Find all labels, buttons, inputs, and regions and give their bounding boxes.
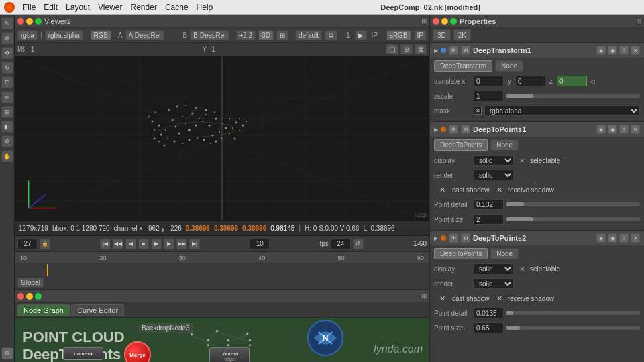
viewer-expand-icon[interactable]: ⊞ — [421, 17, 427, 25]
dtp1-ps-input[interactable] — [474, 214, 504, 225]
dtp1-eye-btn[interactable]: 👁 — [449, 125, 458, 134]
dtp1-btn2[interactable]: ◉ — [608, 125, 617, 134]
viewer-option3[interactable]: ⊠ — [415, 44, 427, 54]
view-3d[interactable]: 3D — [258, 30, 274, 40]
properties-expand[interactable]: ⊞ — [636, 17, 641, 25]
dtp2-btn2[interactable]: ◉ — [608, 233, 617, 243]
stop-btn[interactable]: ■ — [138, 239, 149, 249]
prev-keyframe-btn[interactable]: ◀◀ — [113, 239, 123, 249]
loop-btn[interactable]: ↺ — [353, 239, 364, 249]
tool-paint[interactable]: ✏ — [1, 91, 13, 103]
dt-gear-btn[interactable]: ⚙ — [461, 46, 470, 55]
dt-mask-dropdown[interactable]: rgba.alpha — [484, 105, 640, 116]
viewer-canvas[interactable]: 720p — [15, 56, 429, 221]
minimize-btn[interactable] — [26, 18, 33, 25]
step-forward-btn[interactable]: ▶ — [164, 239, 174, 249]
tool-crop[interactable]: ⊞ — [1, 106, 13, 118]
dtp2-pd-slider[interactable] — [506, 311, 640, 315]
dtp2-btn3[interactable]: ? — [619, 233, 629, 243]
viewer-option1[interactable]: ◫ — [386, 44, 398, 54]
dt-x-input[interactable] — [474, 76, 504, 86]
tab-2k[interactable]: 2K — [453, 29, 471, 41]
input-a-selector[interactable]: A DeepRei — [125, 30, 164, 40]
play-forward-btn[interactable]: ▶ — [151, 239, 162, 249]
dtp2-tab1[interactable]: DeepToPoints — [434, 248, 488, 259]
dt-z-input[interactable] — [557, 76, 587, 86]
colorspace-selector[interactable]: sRGB — [386, 30, 411, 40]
dtp1-btn3[interactable]: ? — [619, 125, 629, 134]
dt-mask-checkbox[interactable] — [474, 107, 482, 115]
ng-maximize-btn[interactable] — [35, 293, 42, 300]
node-camera-left[interactable]: camera — [63, 347, 103, 360]
dtp1-pd-slider[interactable] — [506, 202, 640, 206]
frames-input[interactable]: 10 — [250, 239, 270, 249]
ng-minimize-btn[interactable] — [26, 293, 33, 300]
prop-header-dtp2[interactable]: ▶ 👁 ⚙ DeepToPoints2 ◈ ◉ ? ✕ — [430, 231, 644, 245]
dt-tab1[interactable]: DeepTransform — [434, 60, 492, 72]
dtp2-pd-input[interactable] — [474, 308, 504, 318]
dtp1-display-dropdown[interactable]: solid — [474, 155, 514, 166]
playhead[interactable] — [47, 264, 48, 276]
dt-btn4[interactable]: ✕ — [631, 46, 640, 55]
tool-pan[interactable]: ✋ — [1, 150, 13, 162]
resolution-selector[interactable]: default — [295, 30, 322, 40]
tool-g[interactable]: G — [1, 347, 13, 359]
tab-node-graph[interactable]: Node Graph — [17, 304, 70, 316]
node-graph-canvas[interactable]: POINT CLOUD DeepToPoints BackdropNode3 — [15, 318, 429, 362]
tool-wipe[interactable]: ◧ — [1, 121, 13, 133]
dtp2-gear-btn[interactable]: ⚙ — [461, 233, 470, 243]
tool-scale[interactable]: ⊡ — [1, 76, 13, 88]
ng-expand-icon[interactable]: ⊞ — [421, 292, 427, 300]
dtp1-pd-input[interactable] — [474, 199, 504, 210]
playback-play-pause[interactable]: ▶ — [355, 30, 367, 40]
dt-zscale-slider[interactable] — [506, 94, 640, 98]
layout-btn[interactable]: ⊞ — [276, 30, 288, 40]
close-btn[interactable] — [17, 18, 24, 25]
next-keyframe-btn[interactable]: ▶▶ — [176, 239, 187, 249]
channel-rgb[interactable]: RGB — [91, 30, 112, 40]
dtp1-tab2[interactable]: Node — [490, 139, 519, 151]
tool-move[interactable]: ✥ — [1, 47, 13, 59]
dtp2-ps-input[interactable] — [474, 322, 504, 333]
menu-help[interactable]: Help — [197, 3, 213, 12]
tab-3d[interactable]: 3D — [433, 29, 451, 41]
dt-eye-btn[interactable]: 👁 — [449, 46, 458, 55]
right-maximize-btn[interactable] — [450, 18, 457, 25]
input-b-selector[interactable]: B DeepRei — [190, 30, 229, 40]
prop-header-dtp1[interactable]: ▶ 👁 ⚙ DeepToPoints1 ◈ ◉ ? ✕ — [430, 122, 644, 137]
tab-curve-editor[interactable]: Curve Editor — [71, 304, 124, 316]
fps-input[interactable]: 24 — [331, 239, 351, 249]
menu-viewer[interactable]: Viewer — [98, 3, 122, 12]
ng-close-btn[interactable] — [17, 293, 24, 300]
timeline-track[interactable] — [15, 264, 429, 276]
node-merge[interactable]: Merge — [124, 341, 151, 362]
settings-btn[interactable]: ⚙ — [325, 30, 337, 40]
dtp2-btn1[interactable]: ◈ — [596, 233, 606, 243]
dt-anim-btn[interactable]: ◁ — [590, 78, 595, 85]
dtp2-display-dropdown[interactable]: solid — [474, 263, 514, 274]
menu-cache[interactable]: Cache — [165, 3, 189, 12]
dtp1-gear-btn[interactable]: ⚙ — [461, 125, 470, 134]
dt-zscale-input[interactable] — [474, 90, 504, 101]
dtp1-ps-slider[interactable] — [506, 217, 640, 221]
dtp1-tab1[interactable]: DeepToPoints — [434, 139, 488, 151]
dtp2-eye-btn[interactable]: 👁 — [449, 233, 458, 243]
current-frame-input[interactable]: 27 — [17, 239, 38, 249]
lock-btn[interactable]: 🔒 — [40, 239, 50, 249]
channel-rgba-alpha[interactable]: rgba.alpha — [45, 30, 83, 40]
dt-btn2[interactable]: ◉ — [608, 46, 617, 55]
step-back-btn[interactable]: ◀ — [125, 239, 136, 249]
viewer-option2[interactable]: ⊕ — [400, 44, 413, 54]
dtp1-render-dropdown[interactable]: solid — [474, 170, 514, 180]
dtp2-btn4[interactable]: ✕ — [631, 233, 640, 243]
dt-btn3[interactable]: ? — [619, 46, 629, 55]
dtp1-btn1[interactable]: ◈ — [596, 125, 606, 134]
menu-layout[interactable]: Layout — [66, 3, 90, 12]
node-camera-top[interactable]: camera nage — [209, 347, 250, 362]
menu-edit[interactable]: Edit — [44, 3, 58, 12]
goto-end-btn[interactable]: ▶| — [189, 239, 200, 249]
menu-file[interactable]: File — [23, 3, 36, 12]
tool-select[interactable]: ↖ — [1, 17, 13, 29]
goto-start-btn[interactable]: |◀ — [100, 239, 111, 249]
dtp1-btn4[interactable]: ✕ — [631, 125, 640, 134]
